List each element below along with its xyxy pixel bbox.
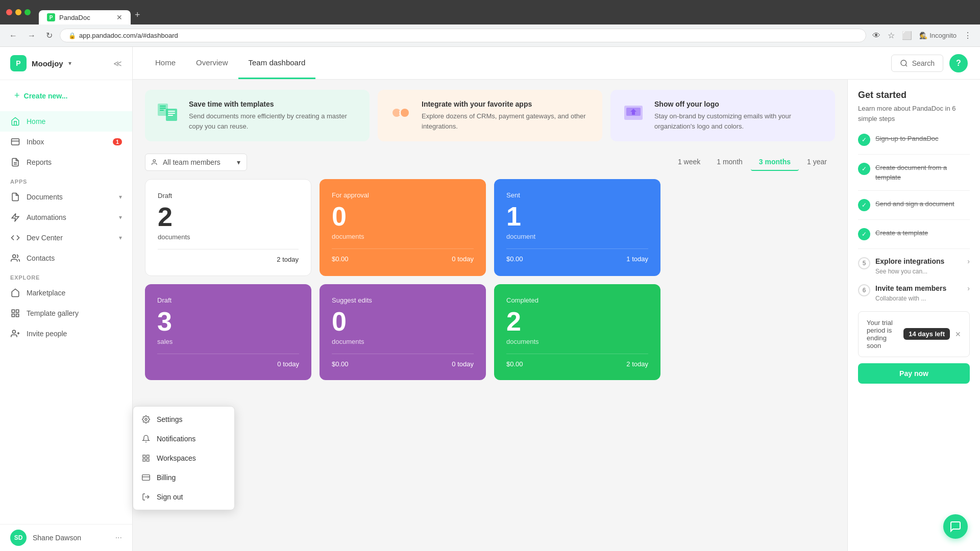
svg-rect-24	[160, 110, 164, 111]
new-tab-button[interactable]: +	[131, 8, 144, 22]
stats-card-completed[interactable]: Completed 2 documents $0.00 2 today	[494, 284, 660, 380]
checklist-item-explore-integrations[interactable]: 5 Explore integrations See how you can..…	[858, 257, 970, 276]
team-filter-dropdown[interactable]: All team members ▾	[145, 154, 247, 171]
sidebar-collapse-btn[interactable]: ≪	[113, 59, 122, 68]
window-close[interactable]	[6, 9, 12, 15]
back-button[interactable]: ←	[6, 29, 20, 42]
tab-title: PandaDoc	[59, 14, 90, 21]
svg-point-3	[13, 255, 16, 258]
tab-home[interactable]: Home	[145, 47, 186, 79]
promo-card-logo[interactable]: Show off your logo Stay on-brand by cust…	[610, 90, 835, 141]
svg-rect-22	[160, 106, 166, 107]
templates-promo-icon	[155, 100, 181, 126]
svg-point-19	[901, 60, 906, 66]
svg-rect-5	[16, 310, 19, 312]
sidebar-item-reports[interactable]: Reports	[0, 152, 132, 172]
time-filter-week[interactable]: 1 week	[670, 154, 708, 171]
stats-placeholder-2	[669, 284, 835, 380]
promo-cards: Save time with templates Send documents …	[145, 90, 835, 141]
svg-point-11	[145, 418, 147, 420]
checklist-item-invite-team[interactable]: 6 Invite team members Collaborate with .…	[858, 284, 970, 303]
active-tab[interactable]: P PandaDoc ✕	[39, 10, 131, 24]
billing-icon	[141, 473, 151, 482]
bell-icon	[141, 434, 151, 443]
svg-rect-14	[143, 459, 145, 461]
sidebar-item-inbox[interactable]: Inbox 1	[0, 132, 132, 152]
checklist-item-create-template: ✓ Create a template	[858, 228, 970, 249]
signout-icon	[141, 492, 151, 502]
sidebar-item-marketplace[interactable]: Marketplace	[0, 283, 132, 303]
svg-rect-26	[168, 111, 175, 112]
check-done-icon-1: ✓	[858, 134, 870, 146]
tab-team-dashboard[interactable]: Team dashboard	[238, 47, 316, 79]
stats-card-sent[interactable]: Sent 1 document $0.00 1 today	[494, 179, 660, 276]
promo-card-integrations[interactable]: Integrate with your favorite apps Explor…	[378, 90, 602, 141]
context-menu-settings[interactable]: Settings	[133, 410, 234, 429]
trial-close-btn[interactable]: ✕	[955, 330, 961, 338]
check-done-icon-4: ✓	[858, 228, 870, 240]
chat-bubble[interactable]	[943, 514, 968, 539]
search-button[interactable]: Search	[891, 55, 943, 72]
sidebar-item-home[interactable]: Home	[0, 111, 132, 132]
sidebar-header: P Moodjoy ▾ ≪	[0, 47, 132, 80]
content-area: Save time with templates Send documents …	[133, 80, 980, 551]
sidebar-item-invite-people[interactable]: Invite people	[0, 323, 132, 344]
documents-chevron-icon: ▾	[119, 193, 122, 201]
time-filter-3months[interactable]: 3 months	[751, 154, 799, 171]
refresh-button[interactable]: ↻	[43, 29, 56, 42]
stats-card-draft[interactable]: Draft 2 documents 2 today	[145, 179, 311, 276]
dev-center-icon	[10, 233, 20, 243]
eye-slash-icon[interactable]: 👁	[870, 29, 883, 42]
create-new-button[interactable]: + Create new...	[8, 86, 124, 105]
org-chevron-icon[interactable]: ▾	[68, 60, 71, 67]
main-content: Home Overview Team dashboard Search ?	[133, 47, 980, 551]
window-maximize[interactable]	[24, 9, 31, 15]
automations-chevron-icon: ▾	[119, 214, 122, 221]
context-menu-workspaces[interactable]: Workspaces	[133, 448, 234, 468]
help-button[interactable]: ?	[949, 54, 968, 72]
menu-button[interactable]: ⋮	[962, 29, 974, 42]
promo-card-templates[interactable]: Save time with templates Send documents …	[145, 90, 370, 141]
star-icon[interactable]: ☆	[886, 29, 897, 42]
browser-nav-bar: ← → ↻ 🔒 app.pandadoc.com/a/#dashboard 👁 …	[0, 24, 980, 47]
right-panel: Get started Learn more about PandaDoc in…	[847, 80, 980, 551]
workspaces-icon	[141, 454, 151, 463]
incognito-btn[interactable]: 🕵 Incognito	[917, 30, 959, 41]
top-nav-actions: Search ?	[891, 54, 968, 72]
window-minimize[interactable]	[15, 9, 21, 15]
context-menu-signout[interactable]: Sign out	[133, 487, 234, 507]
context-menu-billing[interactable]: Billing	[133, 468, 234, 487]
marketplace-icon	[10, 288, 20, 298]
sidebar-item-contacts[interactable]: Contacts	[0, 248, 132, 268]
sidebar-item-template-gallery[interactable]: Template gallery	[0, 303, 132, 323]
apps-section-label: APPS	[0, 172, 132, 187]
sidebar-user[interactable]: SD Shane Dawson ···	[0, 524, 132, 551]
forward-button[interactable]: →	[24, 29, 39, 42]
tab-close-btn[interactable]: ✕	[116, 13, 122, 21]
svg-rect-4	[12, 310, 14, 312]
context-menu-notifications[interactable]: Notifications	[133, 429, 234, 448]
invite-people-icon	[10, 329, 20, 339]
sidebar-toggle-icon[interactable]: ⬜	[900, 29, 914, 42]
stats-card-draft2[interactable]: Draft 3 sales 0 today	[145, 284, 311, 380]
time-filter-year[interactable]: 1 year	[799, 154, 835, 171]
integrations-promo-icon	[388, 100, 413, 126]
pay-now-button[interactable]: Pay now	[858, 363, 970, 384]
address-bar[interactable]: 🔒 app.pandadoc.com/a/#dashboard	[60, 29, 866, 42]
incognito-icon: 🕵	[919, 32, 927, 39]
dev-center-chevron-icon: ▾	[119, 234, 122, 241]
reports-icon	[10, 157, 20, 167]
get-started-title: Get started	[858, 90, 970, 101]
svg-rect-23	[160, 108, 166, 109]
sidebar-item-documents[interactable]: Documents ▾	[0, 187, 132, 207]
checklist-item-signup: ✓ Sign-up to PandaDoc	[858, 134, 970, 155]
browser-tabs: P PandaDoc ✕ +	[39, 0, 144, 24]
stats-card-for-approval[interactable]: For approval 0 documents $0.00 0 today	[320, 179, 486, 276]
sidebar-item-automations[interactable]: Automations ▾	[0, 207, 132, 228]
main-panel: Save time with templates Send documents …	[133, 80, 847, 551]
time-filter-month[interactable]: 1 month	[708, 154, 751, 171]
sidebar-item-dev-center[interactable]: Dev Center ▾	[0, 228, 132, 248]
stats-card-suggest-edits[interactable]: Suggest edits 0 documents $0.00 0 today	[320, 284, 486, 380]
user-more-icon[interactable]: ···	[115, 533, 122, 542]
tab-overview[interactable]: Overview	[186, 47, 238, 79]
